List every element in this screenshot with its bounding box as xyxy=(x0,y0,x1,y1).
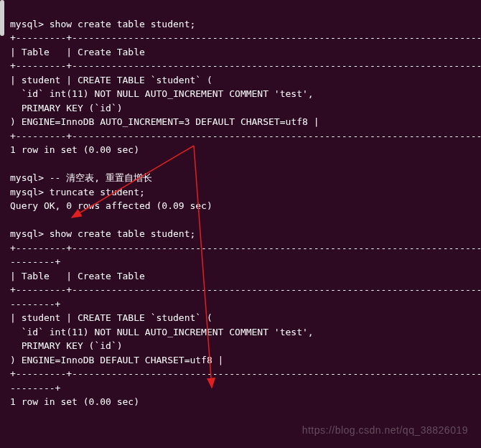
separator-line: +---------+-----------------------------… xyxy=(10,131,481,141)
table-row-line1: | student | CREATE TABLE `student` ( xyxy=(10,75,213,85)
prompt-text: mysql> xyxy=(10,228,44,239)
separator-small: --------+ xyxy=(10,383,60,393)
separator-line: +---------+-----------------------------… xyxy=(10,32,481,43)
command-comment: -- 清空表, 重置自增长 xyxy=(50,172,152,183)
command-show-create-1: show create table student; xyxy=(50,19,196,29)
prompt-text: mysql> xyxy=(10,187,44,197)
prompt-text: mysql> xyxy=(10,172,44,183)
separator-line: +---------+-----------------------------… xyxy=(10,368,481,379)
table-row-line4: ) ENGINE=InnoDB AUTO_INCREMENT=3 DEFAULT… xyxy=(10,116,319,127)
terminal-output: mysql> show create table student; +-----… xyxy=(3,3,481,409)
header-row: | Table | Create Table | | xyxy=(10,271,481,281)
command-show-create-2: show create table student; xyxy=(50,228,196,239)
header-row: | Table | Create Table | xyxy=(10,47,481,57)
table-row-line4: ) ENGINE=InnoDB DEFAULT CHARSET=utf8 | xyxy=(10,355,223,365)
table-row-line3: PRIMARY KEY (`id`) xyxy=(10,103,123,113)
prompt-text: mysql> xyxy=(10,19,44,29)
separator-small: --------+ xyxy=(10,299,60,309)
table-row-line1: | student | CREATE TABLE `student` ( xyxy=(10,312,213,323)
table-row-line2: `id` int(11) NOT NULL AUTO_INCREMENT COM… xyxy=(10,88,314,99)
separator-line: +---------+-----------------------------… xyxy=(10,60,481,71)
separator-line: +---------+-----------------------------… xyxy=(10,243,481,253)
table-row-line3: PRIMARY KEY (`id`) xyxy=(10,340,123,351)
command-truncate: truncate student; xyxy=(50,187,145,197)
separator-line: +---------+-----------------------------… xyxy=(10,284,481,295)
result-rows: 1 row in set (0.00 sec) xyxy=(10,144,139,155)
separator-small: --------+ xyxy=(10,256,60,267)
watermark-text: https://blog.csdn.net/qq_38826019 xyxy=(302,423,468,438)
result-query-ok: Query OK, 0 rows affected (0.09 sec) xyxy=(10,200,213,211)
table-row-line2: `id` int(11) NOT NULL AUTO_INCREMENT COM… xyxy=(10,327,314,337)
scrollbar-thumb[interactable] xyxy=(0,0,4,36)
result-rows: 1 row in set (0.00 sec) xyxy=(10,396,139,407)
